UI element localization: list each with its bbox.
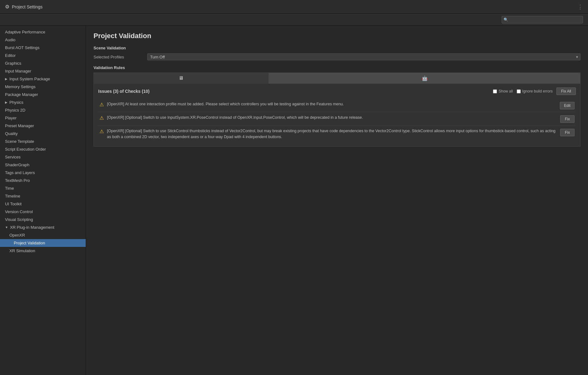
- warning-icon: ⚠: [99, 115, 104, 121]
- sidebar-item-label: Tags and Layers: [5, 170, 35, 175]
- page-title: Project Validation: [94, 32, 580, 40]
- sidebar-item-quality[interactable]: Quality: [0, 130, 86, 138]
- sidebar-item-label: Services: [5, 155, 21, 159]
- sidebar-item-preset-manager[interactable]: Preset Manager: [0, 122, 86, 130]
- sidebar-item-label: Input System Package: [9, 77, 50, 81]
- issue-row: ⚠[OpenXR] At least one interaction profi…: [98, 99, 576, 112]
- issues-title: Issues (3) of Checks (10): [98, 89, 489, 94]
- sidebar-item-player[interactable]: Player: [0, 114, 86, 122]
- sidebar-item-label: ShaderGraph: [5, 162, 29, 167]
- issue-text: [OpenXR] [Optional] Switch to use InputS…: [107, 115, 557, 121]
- tab-desktop[interactable]: 🖥: [94, 72, 269, 84]
- sidebar-item-label: Memory Settings: [5, 84, 36, 89]
- searchbar: 🔍: [0, 14, 588, 26]
- sidebar-item-services[interactable]: Services: [0, 153, 86, 161]
- platform-tabs: 🖥🤖: [94, 72, 580, 84]
- sidebar-item-label: Quality: [5, 131, 18, 136]
- window-title: Project Settings: [12, 4, 43, 9]
- sidebar-item-label: Time: [5, 186, 14, 191]
- sidebar-item-label: Input Manager: [5, 69, 31, 73]
- scene-validation-label: Scene Validation: [94, 46, 580, 50]
- fix-all-button[interactable]: Fix All: [556, 88, 576, 95]
- sidebar-item-openxr[interactable]: OpenXR: [0, 231, 86, 239]
- main-layout: Adaptive PerformanceAudioBurst AOT Setti…: [0, 26, 588, 375]
- sidebar-item-input-system-package[interactable]: ▶Input System Package: [0, 75, 86, 83]
- show-all-checkbox[interactable]: [493, 89, 497, 93]
- sidebar-item-xr-plug-in-management[interactable]: ▼XR Plug-in Management: [0, 223, 86, 231]
- show-all-label: Show all: [499, 89, 513, 93]
- gear-icon: ⚙: [5, 4, 9, 10]
- sidebar-item-label: Physics: [9, 100, 23, 105]
- triangle-icon: ▶: [5, 101, 8, 104]
- sidebar-item-label: XR Simulation: [9, 248, 35, 253]
- sidebar-item-package-manager[interactable]: Package Manager: [0, 91, 86, 98]
- sidebar-item-input-manager[interactable]: Input Manager: [0, 67, 86, 75]
- issues-panel: Issues (3) of Checks (10) Show all Ignor…: [94, 84, 580, 147]
- sidebar-item-label: Graphics: [5, 61, 21, 66]
- titlebar: ⚙ Project Settings ⋮: [0, 0, 588, 14]
- sidebar-item-label: Physics 2D: [5, 108, 25, 112]
- sidebar-item-physics-2d[interactable]: Physics 2D: [0, 106, 86, 114]
- selected-profiles-dropdown[interactable]: Turn OffOption 1Option 2: [147, 53, 580, 60]
- ignore-build-errors-wrap: Ignore build errors: [517, 89, 553, 93]
- search-input-wrap: 🔍: [502, 16, 583, 23]
- sidebar-item-xr-simulation[interactable]: XR Simulation: [0, 247, 86, 255]
- sidebar-item-audio[interactable]: Audio: [0, 36, 86, 44]
- sidebar-item-label: Script Execution Order: [5, 147, 46, 152]
- warning-icon: ⚠: [99, 102, 104, 108]
- triangle-icon: ▶: [5, 77, 8, 81]
- sidebar-item-project-validation[interactable]: Project Validation: [0, 239, 86, 247]
- sidebar-item-textmesh-pro[interactable]: TextMesh Pro: [0, 177, 86, 184]
- edit-button[interactable]: Edit: [560, 102, 575, 109]
- selected-profiles-label: Selected Profiles: [94, 55, 144, 59]
- sidebar-item-label: OpenXR: [9, 233, 25, 238]
- content-area: Project Validation Scene Validation Sele…: [86, 26, 588, 375]
- sidebar-item-label: TextMesh Pro: [5, 178, 30, 183]
- sidebar-item-shader-graph[interactable]: ShaderGraph: [0, 161, 86, 169]
- sidebar-item-editor[interactable]: Editor: [0, 52, 86, 59]
- search-input[interactable]: [502, 16, 583, 23]
- selected-profiles-dropdown-wrap: Turn OffOption 1Option 2 ▼: [147, 53, 580, 60]
- sidebar-item-graphics[interactable]: Graphics: [0, 59, 86, 67]
- sidebar-item-label: Timeline: [5, 194, 20, 198]
- titlebar-left: ⚙ Project Settings: [5, 4, 43, 10]
- issue-text: [OpenXR] At least one interaction profil…: [107, 101, 557, 107]
- sidebar-item-label: Burst AOT Settings: [5, 45, 39, 50]
- ignore-build-errors-label: Ignore build errors: [522, 89, 553, 93]
- issue-text: [OpenXR] [Optional] Switch to use StickC…: [107, 128, 557, 140]
- sidebar-item-visual-scripting[interactable]: Visual Scripting: [0, 216, 86, 223]
- sidebar-item-burst-aot-settings[interactable]: Burst AOT Settings: [0, 44, 86, 52]
- sidebar-item-ui-toolkit[interactable]: UI Toolkit: [0, 200, 86, 208]
- sidebar-item-physics[interactable]: ▶Physics: [0, 98, 86, 106]
- sidebar-item-tags-and-layers[interactable]: Tags and Layers: [0, 169, 86, 177]
- sidebar-item-label: Preset Manager: [5, 123, 34, 128]
- sidebar-item-version-control[interactable]: Version Control: [0, 208, 86, 216]
- sidebar-item-label: Package Manager: [5, 92, 38, 97]
- sidebar-item-label: XR Plug-in Management: [10, 225, 54, 230]
- issue-row: ⚠[OpenXR] [Optional] Switch to use Input…: [98, 112, 576, 126]
- validation-rules-label: Validation Rules: [94, 65, 580, 70]
- tab-android[interactable]: 🤖: [269, 72, 580, 84]
- sidebar-item-label: Player: [5, 116, 17, 120]
- sidebar-item-label: Adaptive Performance: [5, 30, 45, 34]
- ignore-build-errors-checkbox[interactable]: [517, 89, 521, 93]
- sidebar-item-scene-template[interactable]: Scene Template: [0, 138, 86, 145]
- issues-header: Issues (3) of Checks (10) Show all Ignor…: [98, 88, 576, 95]
- fix-button[interactable]: Fix: [560, 129, 575, 136]
- sidebar-item-label: Version Control: [5, 209, 33, 214]
- sidebar-item-memory-settings[interactable]: Memory Settings: [0, 83, 86, 91]
- issues-list: ⚠[OpenXR] At least one interaction profi…: [98, 99, 576, 142]
- sidebar-item-adaptive-performance[interactable]: Adaptive Performance: [0, 28, 86, 36]
- sidebar-item-script-execution-order[interactable]: Script Execution Order: [0, 145, 86, 153]
- sidebar-item-label: Audio: [5, 38, 15, 42]
- warning-icon: ⚠: [99, 128, 104, 134]
- selected-profiles-row: Selected Profiles Turn OffOption 1Option…: [94, 53, 580, 60]
- sidebar-item-label: Scene Template: [5, 139, 34, 144]
- sidebar-item-timeline[interactable]: Timeline: [0, 192, 86, 200]
- show-all-wrap: Show all: [493, 89, 513, 93]
- sidebar-item-time[interactable]: Time: [0, 184, 86, 192]
- fix-button[interactable]: Fix: [560, 115, 575, 123]
- triangle-icon: ▼: [5, 226, 8, 229]
- sidebar-item-label: Project Validation: [14, 241, 45, 245]
- menu-icon[interactable]: ⋮: [577, 3, 583, 10]
